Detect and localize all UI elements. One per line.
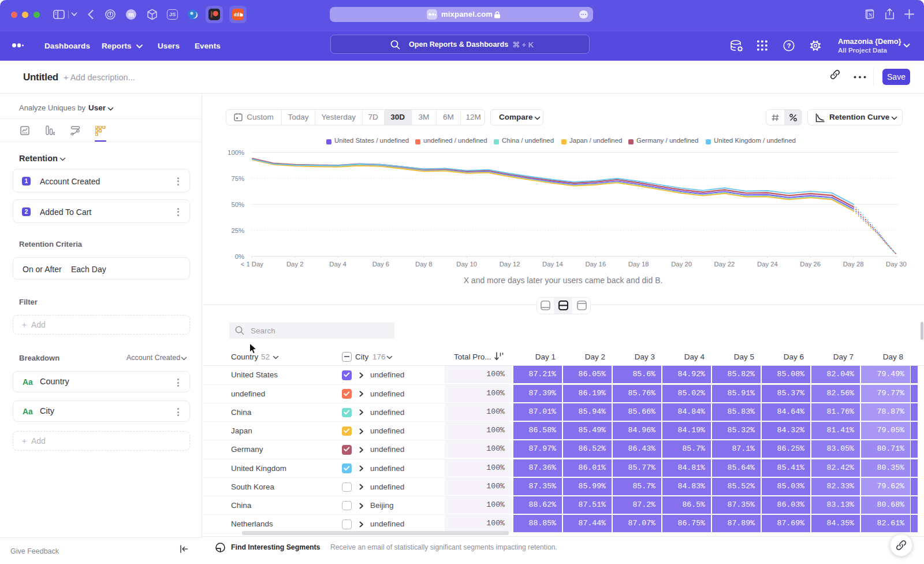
svg-text:100%: 100% — [228, 149, 244, 156]
svg-text:50%: 50% — [231, 201, 244, 208]
svg-text:75%: 75% — [231, 175, 244, 182]
svg-text:0%: 0% — [235, 253, 244, 260]
svg-text:?: ? — [787, 42, 791, 49]
svg-text:Day 14: Day 14 — [542, 261, 563, 268]
svg-text:Day 24: Day 24 — [757, 261, 778, 268]
svg-text:Day 12: Day 12 — [500, 261, 520, 268]
svg-text:Day 4: Day 4 — [329, 261, 346, 268]
svg-text:25%: 25% — [231, 227, 244, 234]
svg-text:Day 6: Day 6 — [372, 261, 390, 268]
svg-text:< 1 Day: < 1 Day — [241, 261, 264, 268]
svg-text:Day 10: Day 10 — [456, 261, 477, 268]
svg-text:Day 26: Day 26 — [800, 261, 821, 268]
svg-text:Day 18: Day 18 — [628, 261, 649, 268]
svg-text:Day 20: Day 20 — [671, 261, 692, 268]
svg-text:Day 16: Day 16 — [585, 261, 606, 268]
svg-text:N: N — [869, 12, 873, 18]
svg-text:Day 30: Day 30 — [886, 261, 907, 268]
svg-text:Day 2: Day 2 — [286, 261, 304, 268]
svg-text:Day 28: Day 28 — [843, 261, 864, 268]
svg-text:Day 22: Day 22 — [714, 261, 735, 268]
svg-text:Day 8: Day 8 — [415, 261, 433, 268]
